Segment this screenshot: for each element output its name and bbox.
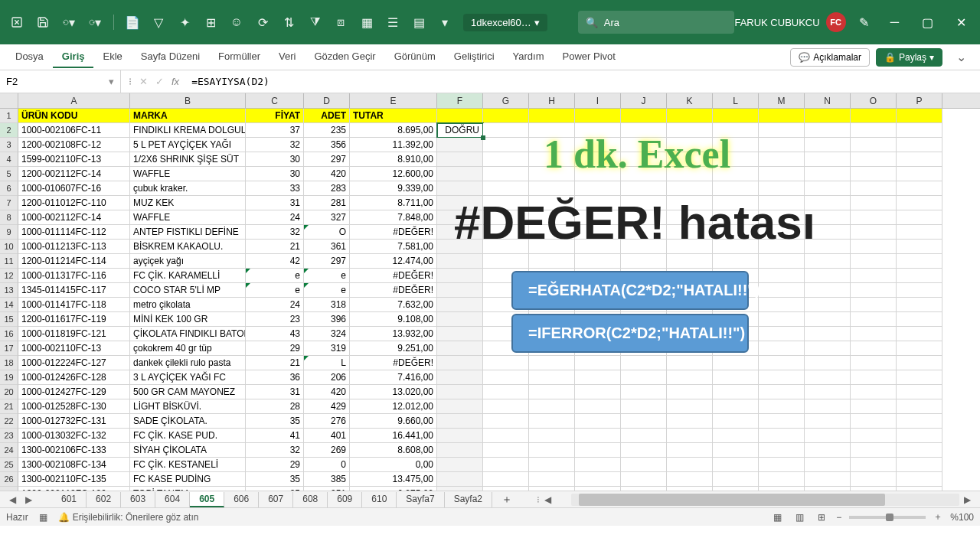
cell[interactable]	[483, 283, 529, 298]
cell[interactable]: 0	[304, 458, 350, 472]
cell[interactable]	[713, 356, 759, 370]
cell[interactable]: 1000-011819FC-121	[18, 327, 130, 341]
cell[interactable]	[713, 152, 759, 167]
cell[interactable]: FINDIKLI KREMA DOLGULU	[130, 123, 246, 138]
cell[interactable]	[575, 240, 621, 254]
cell[interactable]	[437, 414, 483, 429]
cell[interactable]	[713, 327, 759, 341]
cell[interactable]	[759, 312, 805, 327]
cell[interactable]	[483, 341, 529, 356]
cell[interactable]	[897, 167, 942, 181]
cell[interactable]	[805, 283, 851, 298]
header-cell[interactable]	[897, 109, 942, 123]
refresh-icon[interactable]: ⟳	[252, 11, 273, 33]
cell[interactable]	[897, 240, 942, 254]
cell[interactable]: 13.475,00	[350, 472, 437, 487]
cell[interactable]	[759, 298, 805, 312]
col-header-I[interactable]: I	[575, 93, 621, 108]
cell[interactable]	[759, 429, 805, 443]
cell[interactable]	[621, 269, 667, 283]
cell[interactable]	[897, 123, 942, 138]
header-cell[interactable]	[621, 109, 667, 123]
row-header-6[interactable]: 6	[0, 181, 18, 196]
cell[interactable]	[851, 138, 897, 152]
cell[interactable]	[897, 152, 942, 167]
cell[interactable]: 8.695,00	[350, 123, 437, 138]
cell[interactable]: 1300-002108FC-134	[18, 458, 130, 472]
cell[interactable]: 1200-011012FC-110	[18, 196, 130, 210]
cell[interactable]	[851, 181, 897, 196]
cell[interactable]	[805, 472, 851, 487]
name-box[interactable]: F2▾	[0, 70, 121, 93]
cell[interactable]	[529, 123, 575, 138]
cell[interactable]	[575, 312, 621, 327]
cell[interactable]	[851, 298, 897, 312]
cell[interactable]	[621, 370, 667, 385]
cell[interactable]: 31	[246, 385, 304, 399]
ribbon-tab-giriş[interactable]: Giriş	[53, 46, 94, 68]
cell[interactable]	[897, 385, 942, 399]
cell[interactable]	[897, 458, 942, 472]
cell[interactable]	[759, 458, 805, 472]
cell[interactable]: 1/2X6 SHRINK ŞİŞE SÜT	[130, 152, 246, 167]
cell[interactable]	[667, 123, 713, 138]
cell[interactable]: 7.416,00	[350, 370, 437, 385]
cell[interactable]	[759, 370, 805, 385]
cell[interactable]	[713, 123, 759, 138]
cell[interactable]: 11.392,00	[350, 138, 437, 152]
cell[interactable]	[483, 370, 529, 385]
cell[interactable]	[437, 152, 483, 167]
ribbon-tab-geliştirici[interactable]: Geliştirici	[445, 46, 504, 68]
cell[interactable]: WAFFLE	[130, 167, 246, 181]
cell[interactable]	[805, 443, 851, 458]
cell[interactable]	[529, 370, 575, 385]
cell[interactable]: 32	[246, 225, 304, 240]
cell[interactable]	[667, 414, 713, 429]
new-icon[interactable]: 📄	[122, 11, 143, 33]
ribbon-tab-formüller[interactable]: Formüller	[209, 46, 270, 68]
cell[interactable]	[621, 225, 667, 240]
cell[interactable]	[483, 152, 529, 167]
sheet-tab-Sayfa7[interactable]: Sayfa7	[397, 492, 444, 507]
sheet-tab-Sayfa2[interactable]: Sayfa2	[445, 492, 492, 507]
cell[interactable]: ÇİKOLATA FINDIKLI BATON	[130, 327, 246, 341]
cell[interactable]: 251	[304, 487, 350, 491]
cell[interactable]	[483, 210, 529, 225]
cell[interactable]	[805, 210, 851, 225]
col-header-B[interactable]: B	[130, 93, 246, 108]
cell[interactable]	[483, 240, 529, 254]
row-header-15[interactable]: 15	[0, 312, 18, 327]
cell[interactable]: 318	[304, 298, 350, 312]
redo-icon[interactable]: ▾	[84, 11, 106, 33]
cell[interactable]	[851, 443, 897, 458]
cell[interactable]	[805, 196, 851, 210]
cell[interactable]	[621, 240, 667, 254]
col-header-M[interactable]: M	[759, 93, 805, 108]
cell[interactable]: 30	[246, 167, 304, 181]
cell[interactable]	[713, 472, 759, 487]
cell[interactable]	[575, 210, 621, 225]
cell[interactable]	[529, 167, 575, 181]
header-cell[interactable]	[805, 109, 851, 123]
funnel-icon[interactable]: ⧩	[304, 11, 325, 33]
cell[interactable]	[529, 269, 575, 283]
cell[interactable]	[529, 196, 575, 210]
cell[interactable]	[575, 254, 621, 269]
cell[interactable]	[897, 210, 942, 225]
cell[interactable]: e	[304, 269, 350, 283]
cell[interactable]: 7.632,00	[350, 298, 437, 312]
row-header-9[interactable]: 9	[0, 225, 18, 240]
cell[interactable]: LİGHT BİSKÜVİ.	[130, 399, 246, 414]
cell[interactable]: #DEĞER!	[350, 283, 437, 298]
row-header-4[interactable]: 4	[0, 152, 18, 167]
undo-icon[interactable]: ▾	[58, 11, 80, 33]
cell[interactable]: 1000-012528FC-130	[18, 399, 130, 414]
cell[interactable]	[529, 254, 575, 269]
cell[interactable]	[483, 123, 529, 138]
cell[interactable]: 32	[246, 443, 304, 458]
ribbon-tab-power pivot[interactable]: Power Pivot	[554, 46, 625, 68]
cell[interactable]	[851, 225, 897, 240]
cell[interactable]: SADE ÇİKOLATA.	[130, 414, 246, 429]
grid[interactable]: ABCDEFGHIJKLMNOP 12345678910111213141516…	[0, 93, 980, 491]
cell[interactable]: 1000-012427FC-129	[18, 385, 130, 399]
